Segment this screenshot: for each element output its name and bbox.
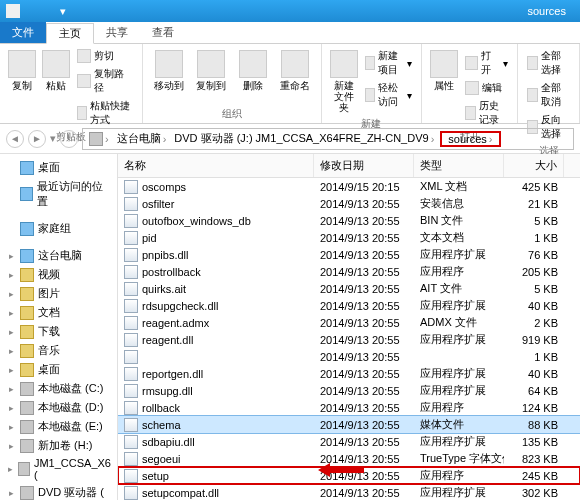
- select-all-button[interactable]: 全部选择: [524, 48, 573, 78]
- sidebar-item[interactable]: 最近访问的位置: [2, 177, 115, 211]
- history-button[interactable]: 历史记录: [462, 98, 511, 128]
- sidebar-item[interactable]: ▸文档: [2, 303, 115, 322]
- ribbon-group-organize: 移动到 复制到 删除 重命名 组织: [143, 44, 322, 123]
- qat-dropdown-icon[interactable]: ▾: [60, 5, 72, 17]
- sidebar-item[interactable]: 家庭组: [2, 219, 115, 238]
- column-size[interactable]: 大小: [504, 154, 564, 177]
- tab-view[interactable]: 查看: [140, 22, 186, 43]
- file-row[interactable]: rdsupgcheck.dll 2014/9/13 20:55 应用程序扩展 4…: [118, 297, 580, 314]
- disk-icon: [20, 439, 34, 453]
- properties-icon: [430, 50, 458, 78]
- file-row[interactable]: pnpibs.dll 2014/9/13 20:55 应用程序扩展 76 KB: [118, 246, 580, 263]
- rename-button[interactable]: 重命名: [275, 48, 315, 93]
- cut-button[interactable]: 剪切: [74, 48, 136, 64]
- breadcrumb-current[interactable]: sources›: [440, 131, 500, 147]
- paste-shortcut-button[interactable]: 粘贴快捷方式: [74, 98, 136, 128]
- edit-button[interactable]: 编辑: [462, 80, 511, 96]
- computer-icon: [89, 132, 103, 146]
- sidebar-label: 桌面: [38, 160, 60, 175]
- column-name[interactable]: 名称: [118, 154, 314, 177]
- copy-to-button[interactable]: 复制到: [191, 48, 231, 93]
- sidebar-item[interactable]: ▸本地磁盘 (E:): [2, 417, 115, 436]
- file-date: 2014/9/13 20:55: [314, 435, 414, 449]
- file-row[interactable]: rollback 2014/9/13 20:55 应用程序 124 KB: [118, 399, 580, 416]
- copy-button[interactable]: 复制: [6, 48, 38, 93]
- file-type: [414, 356, 504, 358]
- title-bar: ▾ sources: [0, 0, 580, 22]
- move-to-button[interactable]: 移动到: [149, 48, 189, 93]
- sidebar-header[interactable]: ▸这台电脑: [2, 246, 115, 265]
- file-row[interactable]: oscomps 2014/9/15 20:15 XML 文档 425 KB: [118, 178, 580, 195]
- new-item-button[interactable]: 新建项目 ▾: [362, 48, 416, 78]
- file-row[interactable]: postrollback 2014/9/13 20:55 应用程序 205 KB: [118, 263, 580, 280]
- file-name: segoeui: [142, 453, 181, 465]
- sidebar-item[interactable]: ▸桌面: [2, 360, 115, 379]
- properties-button[interactable]: 属性: [428, 48, 460, 93]
- file-row[interactable]: rmsupg.dll 2014/9/13 20:55 应用程序扩展 64 KB: [118, 382, 580, 399]
- file-row[interactable]: setupcompat.dll 2014/9/13 20:55 应用程序扩展 3…: [118, 484, 580, 500]
- copy-path-button[interactable]: 复制路径: [74, 66, 136, 96]
- file-row[interactable]: osfilter 2014/9/13 20:55 安装信息 21 KB: [118, 195, 580, 212]
- qat-button[interactable]: [42, 5, 54, 17]
- file-type: 应用程序: [414, 467, 504, 484]
- tab-home[interactable]: 主页: [46, 23, 94, 44]
- file-row[interactable]: reportgen.dll 2014/9/13 20:55 应用程序扩展 40 …: [118, 365, 580, 382]
- sidebar-item[interactable]: ▸下载: [2, 322, 115, 341]
- breadcrumb[interactable]: DVD 驱动器 (J:) JM1_CCSA_X64FRE_ZH-CN_DV9›: [170, 131, 438, 146]
- select-none-button[interactable]: 全部取消: [524, 80, 573, 110]
- file-row[interactable]: sdbapiu.dll 2014/9/13 20:55 应用程序扩展 135 K…: [118, 433, 580, 450]
- sidebar-item[interactable]: ▸视频: [2, 265, 115, 284]
- sidebar-item[interactable]: ▸图片: [2, 284, 115, 303]
- sidebar-item[interactable]: 桌面: [2, 158, 115, 177]
- file-icon: [124, 350, 138, 364]
- file-row[interactable]: reagent.admx 2014/9/13 20:55 ADMX 文件 2 K…: [118, 314, 580, 331]
- file-size: 40 KB: [504, 367, 564, 381]
- file-row[interactable]: schema 2014/9/13 20:55 媒体文件 88 KB: [118, 416, 580, 433]
- sidebar-item[interactable]: ▸本地磁盘 (C:): [2, 379, 115, 398]
- recent-dropdown-icon[interactable]: ▾: [50, 132, 56, 145]
- tab-file[interactable]: 文件: [0, 22, 46, 43]
- open-button[interactable]: 打开 ▾: [462, 48, 511, 78]
- sidebar-item[interactable]: ▸新加卷 (H:): [2, 436, 115, 455]
- file-date: 2014/9/13 20:55: [314, 367, 414, 381]
- sidebar-label: 桌面: [38, 362, 60, 377]
- sidebar-label: DVD 驱动器 (: [38, 485, 104, 500]
- delete-icon: [239, 50, 267, 78]
- sidebar-item[interactable]: ▸JM1_CCSA_X6 (: [2, 455, 115, 483]
- file-icon: [124, 197, 138, 211]
- qat-button[interactable]: [24, 5, 36, 17]
- column-date[interactable]: 修改日期: [314, 154, 414, 177]
- breadcrumb[interactable]: 这台电脑›: [113, 131, 171, 146]
- paste-icon: [42, 50, 70, 78]
- sidebar-item[interactable]: ▸音乐: [2, 341, 115, 360]
- forward-button[interactable]: ►: [28, 130, 46, 148]
- file-icon: [124, 316, 138, 330]
- sidebar-item[interactable]: ▸本地磁盘 (D:): [2, 398, 115, 417]
- paste-button[interactable]: 粘贴: [40, 48, 72, 93]
- back-button[interactable]: ◄: [6, 130, 24, 148]
- file-size: 2 KB: [504, 316, 564, 330]
- folder-icon: [20, 187, 34, 201]
- tab-share[interactable]: 共享: [94, 22, 140, 43]
- new-folder-button[interactable]: 新建 文件夹: [328, 48, 360, 115]
- delete-button[interactable]: 删除: [233, 48, 273, 93]
- file-row[interactable]: 2014/9/13 20:55 1 KB: [118, 348, 580, 365]
- sidebar-item[interactable]: ▸DVD 驱动器 (: [2, 483, 115, 500]
- file-list: 名称 修改日期 类型 大小 oscomps 2014/9/15 20:15 XM…: [118, 154, 580, 500]
- file-row[interactable]: quirks.ait 2014/9/13 20:55 AIT 文件 5 KB: [118, 280, 580, 297]
- file-row[interactable]: reagent.dll 2014/9/13 20:55 应用程序扩展 919 K…: [118, 331, 580, 348]
- file-row[interactable]: pid 2014/9/13 20:55 文本文档 1 KB: [118, 229, 580, 246]
- sidebar-label: 最近访问的位置: [37, 179, 111, 209]
- file-size: 21 KB: [504, 197, 564, 211]
- file-type: 应用程序扩展: [414, 331, 504, 348]
- breadcrumb-bar[interactable]: › 这台电脑› DVD 驱动器 (J:) JM1_CCSA_X64FRE_ZH-…: [82, 128, 574, 150]
- edit-icon: [465, 81, 479, 95]
- file-row[interactable]: outofbox_windows_db 2014/9/13 20:55 BIN …: [118, 212, 580, 229]
- file-size: 5 KB: [504, 214, 564, 228]
- file-size: 5 KB: [504, 282, 564, 296]
- file-icon: [124, 486, 138, 500]
- up-button[interactable]: ↑: [60, 130, 78, 148]
- easy-access-button[interactable]: 轻松访问 ▾: [362, 80, 416, 110]
- folder-icon: [20, 287, 34, 301]
- column-type[interactable]: 类型: [414, 154, 504, 177]
